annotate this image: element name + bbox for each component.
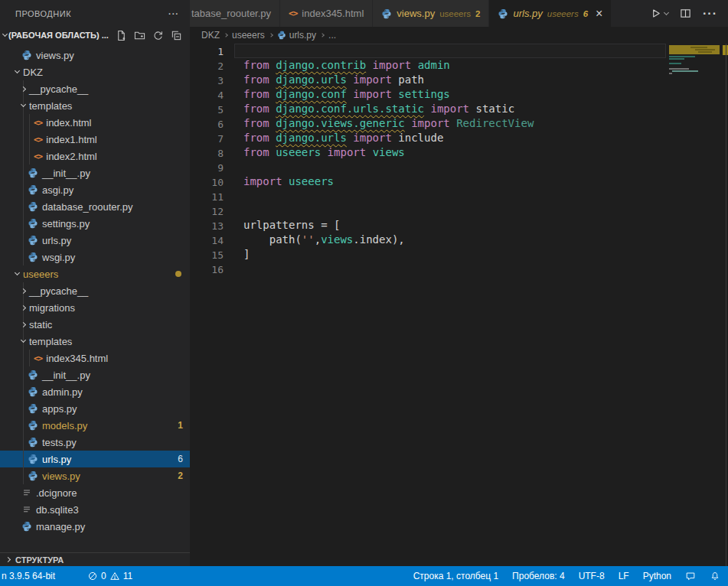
tree-item--init-py[interactable]: __init__.py — [0, 164, 190, 181]
tree-item--pycache-[interactable]: __pycache__ — [0, 282, 190, 299]
tab-label: views.py — [397, 8, 435, 19]
code-line-12[interactable]: 12 — [190, 203, 728, 218]
tree-item-tests-py[interactable]: tests.py — [0, 434, 190, 451]
indent-guide — [23, 215, 24, 232]
python-icon — [28, 437, 38, 448]
code-line-3[interactable]: 3from django.urls import path — [190, 73, 728, 87]
code-line-16[interactable]: 16 — [190, 262, 728, 276]
explorer-more-icon[interactable]: ··· — [168, 9, 179, 18]
problems-indicator[interactable]: 0 11 — [87, 571, 132, 581]
tree-item-useeers[interactable]: useeers — [0, 265, 190, 282]
breadcrumb-item-DKZ[interactable]: DKZ — [201, 30, 220, 41]
tree-item-label: wsgi.py — [42, 252, 75, 263]
tree-item-admin-py[interactable]: admin.py — [0, 383, 190, 400]
breadcrumb-item-useeers[interactable]: useeers — [232, 30, 265, 41]
code-line-7[interactable]: 7from django.urls import include — [190, 131, 728, 145]
python-icon — [28, 252, 38, 262]
tree-item-views-py[interactable]: views.py2 — [0, 467, 190, 484]
tab-urls-py[interactable]: urls.pyuseeers6× — [489, 0, 611, 27]
tree-item-index345-html[interactable]: <>index345.html — [0, 350, 190, 366]
feedback-button[interactable] — [685, 571, 696, 581]
eol-sequence[interactable]: LF — [619, 571, 629, 581]
status-right: Строка 1, столбец 1 Пробелов: 4 UTF-8 LF… — [413, 571, 720, 581]
tree-item-index-html[interactable]: <>index.html — [0, 114, 190, 131]
language-mode[interactable]: Python — [643, 571, 671, 581]
indent-guide — [23, 350, 24, 366]
tree-item-apps-py[interactable]: apps.py — [0, 400, 190, 417]
tree-item-index1-html[interactable]: <>index1.html — [0, 131, 190, 148]
code-line-10[interactable]: 10import useeers — [190, 174, 728, 189]
tree-item-label: __pycache__ — [29, 83, 88, 95]
code-line-8[interactable]: 8from useeers import views — [190, 145, 728, 160]
chevron-down-icon — [15, 68, 20, 73]
encoding[interactable]: UTF-8 — [579, 571, 605, 581]
code-line-5[interactable]: 5from django.conf.urls.static import sta… — [190, 102, 728, 116]
code-line-11[interactable]: 11 — [190, 189, 728, 203]
tree-item-index2-html[interactable]: <>index2.html — [0, 148, 190, 164]
tree-item-manage-py[interactable]: manage.py — [0, 518, 190, 535]
close-icon[interactable]: × — [596, 8, 602, 20]
breadcrumb-label: DKZ — [201, 30, 220, 41]
tree-item-models-py[interactable]: models.py1 — [0, 417, 190, 434]
tree-item-label: views.py — [36, 50, 74, 61]
new-file-icon[interactable] — [116, 30, 127, 41]
explorer-header[interactable]: ПРОВОДНИК ··· — [0, 0, 190, 27]
tree-item-urls-py[interactable]: urls.py6 — [0, 451, 190, 467]
code-editor[interactable]: 12from django.contrib import admin3from … — [190, 44, 728, 566]
run-button[interactable] — [650, 8, 668, 19]
tree-item-migrations[interactable]: migrations — [0, 299, 190, 316]
chevron-down-icon — [664, 9, 669, 15]
chevron-right-icon — [21, 86, 26, 91]
code-line-14[interactable]: 14 path('',views.index), — [190, 233, 728, 247]
tab-index345-html[interactable]: <>index345.html — [280, 0, 372, 27]
python-icon — [28, 235, 38, 246]
tree-item-wsgi-py[interactable]: wsgi.py — [0, 249, 190, 265]
tree-item--dcignore[interactable]: .dcignore — [0, 484, 190, 501]
tree-item-label: templates — [29, 100, 72, 112]
tree-item-database-roouter-py[interactable]: database_roouter.py — [0, 198, 190, 215]
tree-item-settings-py[interactable]: settings.py — [0, 215, 190, 232]
tree-item-templates[interactable]: templates — [0, 333, 190, 350]
code-line-6[interactable]: 6from django.views.generic import Redire… — [190, 116, 728, 131]
tree-item-label: asgi.py — [42, 184, 73, 196]
workspace-section-header[interactable]: (РАБОЧАЯ ОБЛАСТЬ) ... — [0, 27, 190, 44]
tab-tabase-roouter-py[interactable]: tabase_roouter.py — [190, 0, 279, 27]
outline-section-header[interactable]: СТРУКТУРА — [0, 552, 190, 566]
collapse-all-icon[interactable] — [171, 30, 182, 41]
python-icon — [381, 8, 392, 19]
code-line-1[interactable]: 1 — [190, 44, 728, 58]
tab-views-py[interactable]: views.pyuseeers2 — [373, 0, 488, 27]
tree-item-label: urls.py — [42, 235, 71, 246]
code-line-4[interactable]: 4from django.conf import settings — [190, 87, 728, 102]
tree-item-label: models.py — [42, 420, 87, 431]
problems-badge: 2 — [178, 470, 183, 481]
new-folder-icon[interactable] — [134, 30, 145, 41]
breadcrumb-item--[interactable]: ... — [328, 30, 336, 41]
notifications-button[interactable] — [710, 571, 720, 581]
more-actions-icon[interactable]: ··· — [703, 7, 717, 21]
tree-item-templates[interactable]: templates — [0, 97, 190, 114]
code-line-9[interactable]: 9 — [190, 160, 728, 174]
code-line-15[interactable]: 15] — [190, 247, 728, 262]
tree-item-asgi-py[interactable]: asgi.py — [0, 181, 190, 198]
minimap[interactable] — [668, 44, 723, 143]
breadcrumb-item-urls-py[interactable]: urls.py — [277, 30, 316, 41]
code-line-2[interactable]: 2from django.contrib import admin — [190, 58, 728, 73]
tree-item-DKZ[interactable]: DKZ — [0, 63, 190, 80]
line-content: import useeers — [224, 174, 334, 189]
chevron-down-icon — [21, 337, 26, 343]
tree-item-urls-py[interactable]: urls.py — [0, 232, 190, 249]
code-line-13[interactable]: 13urlpatterns = [ — [190, 218, 728, 233]
indentation[interactable]: Пробелов: 4 — [512, 571, 565, 581]
cursor-position[interactable]: Строка 1, столбец 1 — [413, 571, 498, 581]
tree-item-db-sqlite3[interactable]: db.sqlite3 — [0, 501, 190, 518]
tree-item--pycache-[interactable]: __pycache__ — [0, 80, 190, 97]
python-interpreter[interactable]: n 3.9.5 64-bit — [2, 571, 55, 581]
tree-item-label: .dcignore — [36, 487, 77, 499]
tree-item-static[interactable]: static — [0, 316, 190, 333]
split-editor-icon[interactable] — [680, 8, 691, 19]
refresh-icon[interactable] — [152, 30, 164, 41]
tree-item--init-py[interactable]: __init__.py — [0, 366, 190, 383]
tree-item-views-py[interactable]: views.py — [0, 47, 190, 63]
indent-guide — [23, 164, 24, 181]
